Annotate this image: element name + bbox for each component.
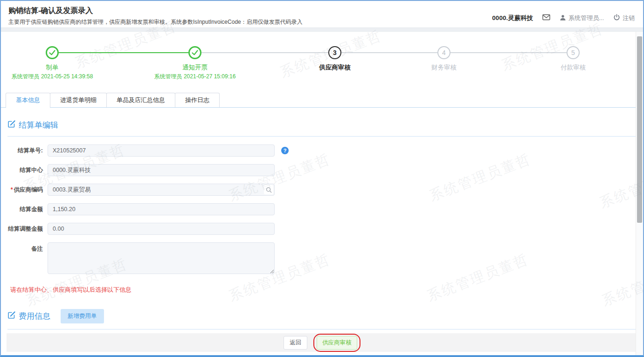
step-circle-pending: 5 bbox=[567, 46, 580, 59]
add-fee-button[interactable]: 新增费用单 bbox=[61, 309, 104, 323]
user-menu[interactable]: 系统管理员... bbox=[560, 14, 604, 22]
adjust-amount-label: 结算调整金额 bbox=[7, 225, 48, 233]
settlement-center-label: 结算中心 bbox=[7, 166, 48, 174]
step-label: 通知开票 bbox=[158, 63, 232, 72]
section-divider bbox=[7, 329, 637, 330]
scrollbar-thumb[interactable] bbox=[637, 36, 642, 223]
settlement-amount-label: 结算金额 bbox=[7, 206, 48, 213]
scrollbar-track[interactable] bbox=[636, 32, 643, 355]
main-content: 结算单编辑 结算单号: ? 结算中心 *供应商编码 bbox=[1, 120, 643, 351]
step-connector bbox=[450, 52, 567, 53]
logout-label: 注销 bbox=[623, 14, 635, 22]
step-label: 财务审核 bbox=[407, 63, 481, 72]
logout-button[interactable]: 注销 bbox=[613, 14, 635, 22]
back-button[interactable]: 返回 bbox=[284, 336, 307, 350]
form-row-settlement-center: 结算中心 bbox=[7, 164, 637, 176]
step-meta: 系统管理员 2021-05-27 15:09:16 bbox=[139, 73, 251, 81]
remark-label: 备注 bbox=[7, 242, 48, 253]
tab-operation-log[interactable]: 操作日志 bbox=[175, 93, 220, 107]
tab-bar: 基本信息 进退货单明细 单品及店汇总信息 操作日志 bbox=[1, 93, 643, 108]
user-icon bbox=[560, 14, 566, 22]
settlement-form: 结算单号: ? 结算中心 *供应商编码 bbox=[7, 144, 637, 276]
page-subtitle: 主要用于供应链购销供应商的结算管理，供应商新增发票和审核。系统参数IsInput… bbox=[8, 18, 303, 26]
edit-icon bbox=[7, 120, 16, 130]
fee-section-title: 费用信息 bbox=[7, 311, 50, 322]
settlement-edit-section-title: 结算单编辑 bbox=[7, 120, 637, 130]
search-icon[interactable] bbox=[264, 185, 273, 194]
step-progress: 制单 系统管理员 2021-05-25 14:39:58 通知开票 系统管理员 … bbox=[1, 39, 643, 88]
adjust-amount-input[interactable] bbox=[48, 223, 275, 235]
section-title-text: 费用信息 bbox=[19, 311, 50, 322]
red-annotation-oval: 供应商审核 bbox=[313, 334, 360, 352]
form-row-settlement-amount: 结算金额 bbox=[7, 203, 637, 215]
supplier-approve-button[interactable]: 供应商审核 bbox=[317, 336, 357, 350]
step-circle-current: 3 bbox=[328, 46, 341, 59]
tab-item-store-summary[interactable]: 单品及店汇总信息 bbox=[106, 93, 175, 107]
section-divider bbox=[7, 136, 637, 137]
company-name: 0000.灵蕨科技 bbox=[492, 14, 533, 22]
fill-hint-note: 请在结算中心、供应商填写以后选择以下信息 bbox=[10, 286, 637, 294]
settlement-no-input[interactable] bbox=[48, 144, 275, 157]
required-marker: * bbox=[11, 186, 13, 193]
step-connector bbox=[341, 52, 437, 53]
form-row-settlement-no: 结算单号: ? bbox=[7, 144, 637, 157]
page-title: 购销结算-确认及发票录入 bbox=[8, 6, 303, 16]
step-circle-pending: 4 bbox=[437, 46, 450, 59]
remark-textarea[interactable] bbox=[48, 242, 275, 274]
settlement-amount-input[interactable] bbox=[48, 203, 275, 215]
fee-section-header: 费用信息 新增费用单 bbox=[7, 309, 637, 323]
step-connector bbox=[59, 52, 188, 53]
step-number: 5 bbox=[571, 49, 575, 56]
step-number: 3 bbox=[333, 49, 337, 56]
step-circle-done bbox=[188, 46, 201, 59]
mail-icon[interactable] bbox=[542, 14, 550, 22]
supplier-code-input[interactable] bbox=[48, 184, 275, 196]
edit-icon bbox=[7, 311, 16, 322]
form-row-adjust-amount: 结算调整金额 bbox=[7, 223, 637, 235]
help-icon[interactable]: ? bbox=[281, 147, 289, 154]
app-header: 购销结算-确认及发票录入 主要用于供应链购销供应商的结算管理，供应商新增发票和审… bbox=[1, 1, 643, 27]
power-icon bbox=[613, 14, 620, 22]
step-connector bbox=[201, 52, 328, 53]
header-right: 0000.灵蕨科技 系统管理员... 注销 bbox=[492, 9, 635, 27]
step-number: 4 bbox=[442, 49, 446, 56]
header-divider-band bbox=[1, 27, 643, 32]
check-icon bbox=[192, 50, 198, 55]
step-label: 付款审核 bbox=[536, 63, 610, 72]
settlement-no-label: 结算单号: bbox=[7, 147, 48, 155]
form-row-remark: 备注 bbox=[7, 242, 637, 276]
form-row-supplier-code: *供应商编码 bbox=[7, 184, 637, 196]
tab-order-detail[interactable]: 进退货单明细 bbox=[50, 93, 107, 107]
supplier-code-label: *供应商编码 bbox=[7, 186, 48, 194]
footer-action-bar: 返回 供应商审核 bbox=[7, 333, 637, 352]
page: 购销结算-确认及发票录入 主要用于供应链购销供应商的结算管理，供应商新增发票和审… bbox=[0, 0, 644, 357]
header-left: 购销结算-确认及发票录入 主要用于供应链购销供应商的结算管理，供应商新增发票和审… bbox=[8, 6, 303, 27]
step-circle-done bbox=[46, 46, 59, 59]
tab-basic-info[interactable]: 基本信息 bbox=[6, 93, 50, 107]
check-icon bbox=[49, 50, 55, 55]
user-name: 系统管理员... bbox=[568, 14, 604, 22]
settlement-center-input[interactable] bbox=[48, 164, 275, 176]
section-title-text: 结算单编辑 bbox=[19, 120, 58, 130]
step-label: 制单 bbox=[15, 63, 90, 72]
step-meta: 系统管理员 2021-05-25 14:39:58 bbox=[0, 73, 108, 81]
step-label: 供应商审核 bbox=[298, 63, 372, 72]
